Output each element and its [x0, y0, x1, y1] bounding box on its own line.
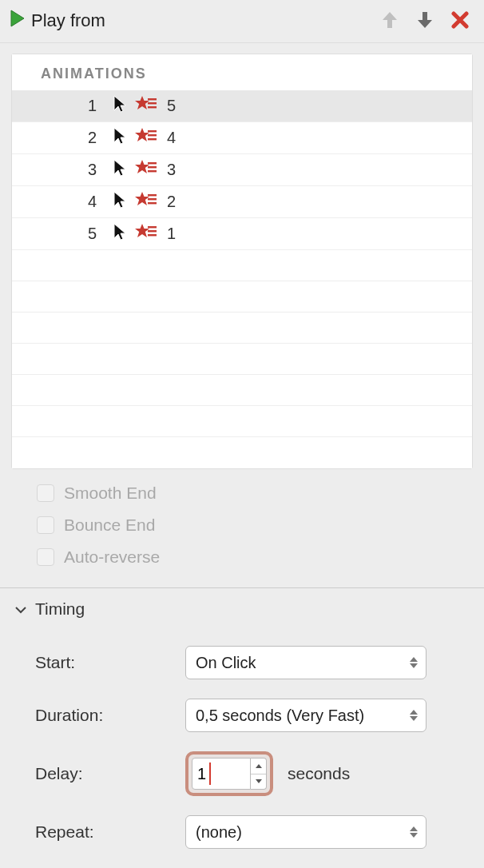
- svg-rect-4: [148, 106, 157, 108]
- auto-reverse-row: Auto-reverse: [37, 541, 465, 573]
- chevron-down-icon: [14, 599, 27, 619]
- timing-section-header[interactable]: Timing: [0, 588, 484, 628]
- cursor-icon: [113, 158, 127, 181]
- bounce-end-checkbox[interactable]: [37, 516, 54, 534]
- effect-options: Smooth End Bounce End Auto-reverse: [0, 469, 484, 588]
- empty-row: [12, 437, 472, 468]
- svg-marker-0: [11, 10, 24, 26]
- delay-label: Delay:: [35, 764, 185, 783]
- effect-star-icon: [135, 94, 157, 117]
- svg-marker-26: [256, 779, 262, 783]
- duration-row: Duration: 0,5 seconds (Very Fast): [35, 689, 462, 742]
- smooth-end-label: Smooth End: [64, 484, 157, 503]
- start-select-wrap: On Click: [185, 646, 426, 679]
- animation-row[interactable]: 2 4: [12, 122, 472, 154]
- duration-select-wrap: 0,5 seconds (Very Fast): [185, 699, 426, 732]
- duration-value: 0,5 seconds (Very Fast): [196, 707, 364, 725]
- animation-target-label: 4: [157, 129, 176, 147]
- cursor-icon: [113, 94, 127, 117]
- svg-rect-7: [148, 134, 157, 136]
- svg-rect-20: [148, 234, 157, 236]
- timing-title: Timing: [35, 599, 85, 619]
- svg-rect-8: [148, 138, 157, 140]
- svg-rect-18: [148, 226, 157, 228]
- start-value: On Click: [196, 654, 256, 672]
- select-stepper-icon: [409, 647, 423, 678]
- arrow-down-icon: [416, 10, 434, 32]
- smooth-end-checkbox[interactable]: [37, 484, 54, 502]
- duration-select[interactable]: 0,5 seconds (Very Fast): [185, 699, 426, 732]
- auto-reverse-checkbox[interactable]: [37, 548, 54, 566]
- delay-highlight-box: [185, 751, 273, 796]
- animation-row[interactable]: 1 5: [12, 90, 472, 122]
- empty-row: [12, 250, 472, 281]
- svg-rect-3: [148, 102, 157, 104]
- delay-step-up[interactable]: [251, 759, 266, 774]
- animation-index: 4: [17, 193, 113, 211]
- svg-rect-12: [148, 170, 157, 172]
- animation-index: 1: [17, 97, 113, 115]
- animation-row[interactable]: 3 3: [12, 154, 472, 186]
- move-down-button[interactable]: [411, 7, 438, 34]
- repeat-select-wrap: (none): [185, 815, 426, 849]
- animations-list: 1 5 2: [12, 90, 472, 468]
- start-label: Start:: [35, 653, 185, 672]
- delay-step-down[interactable]: [251, 774, 266, 790]
- text-caret: [209, 762, 211, 785]
- animation-index: 5: [17, 225, 113, 243]
- start-select[interactable]: On Click: [185, 646, 426, 679]
- svg-rect-2: [148, 98, 157, 100]
- svg-marker-24: [410, 716, 418, 721]
- duration-label: Duration:: [35, 706, 185, 725]
- cursor-icon: [113, 222, 127, 245]
- effect-star-icon: [135, 190, 157, 213]
- empty-row: [12, 375, 472, 406]
- delay-stepper: [251, 758, 267, 790]
- delete-animation-button[interactable]: [446, 7, 474, 34]
- repeat-select[interactable]: (none): [185, 815, 426, 849]
- svg-marker-5: [135, 128, 149, 141]
- bounce-end-label: Bounce End: [64, 516, 155, 535]
- svg-rect-10: [148, 162, 157, 164]
- svg-rect-11: [148, 166, 157, 168]
- animation-target-label: 3: [157, 161, 176, 179]
- repeat-value: (none): [196, 823, 242, 842]
- empty-row: [12, 344, 472, 375]
- effect-star-icon: [135, 126, 157, 149]
- cursor-icon: [113, 190, 127, 213]
- start-row: Start: On Click: [35, 636, 462, 689]
- select-stepper-icon: [409, 817, 423, 847]
- delay-unit: seconds: [273, 764, 350, 783]
- svg-marker-25: [256, 764, 262, 768]
- animation-row[interactable]: 5 1: [12, 218, 472, 250]
- animation-target-label: 1: [157, 225, 176, 243]
- svg-marker-17: [135, 224, 149, 237]
- bounce-end-row: Bounce End: [37, 509, 465, 541]
- delay-input[interactable]: [192, 758, 251, 790]
- smooth-end-row: Smooth End: [37, 477, 465, 509]
- play-from-button[interactable]: Play from: [10, 10, 105, 32]
- play-from-label: Play from: [31, 10, 105, 31]
- svg-rect-15: [148, 198, 157, 200]
- effect-star-icon: [135, 222, 157, 245]
- play-icon: [10, 10, 25, 32]
- svg-marker-21: [410, 657, 418, 662]
- svg-marker-28: [410, 833, 418, 838]
- cursor-icon: [113, 126, 127, 149]
- animation-target-label: 2: [157, 193, 176, 211]
- svg-rect-16: [148, 202, 157, 204]
- animations-header: ANIMATIONS: [12, 54, 472, 90]
- repeat-row: Repeat: (none): [35, 806, 462, 858]
- arrow-up-icon: [381, 10, 399, 32]
- svg-marker-22: [410, 663, 418, 668]
- repeat-label: Repeat:: [35, 822, 185, 842]
- animation-row[interactable]: 4 2: [12, 186, 472, 218]
- timing-body: Start: On Click Duration: 0,5 seconds (V…: [0, 628, 484, 868]
- svg-marker-9: [135, 160, 149, 173]
- animation-target-label: 5: [157, 97, 176, 115]
- animations-panel: ANIMATIONS 1: [11, 54, 473, 469]
- select-stepper-icon: [409, 700, 423, 731]
- animation-toolbar: Play from: [0, 0, 484, 43]
- move-up-button[interactable]: [376, 7, 403, 34]
- empty-row: [12, 406, 472, 437]
